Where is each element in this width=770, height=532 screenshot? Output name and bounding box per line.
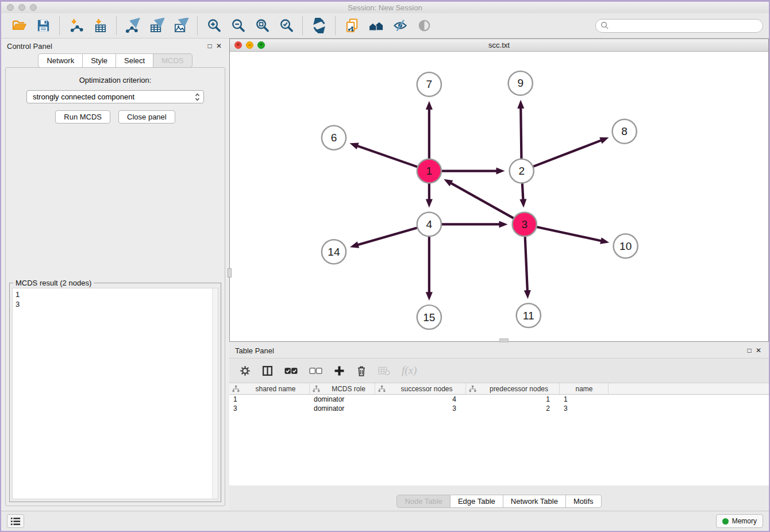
run-mcds-button[interactable]: Run MCDS [55,110,110,124]
graph-edge-1-4[interactable] [426,182,433,208]
column-header-successor-nodes[interactable]: successor nodes [375,383,466,394]
column-header-name[interactable]: name [560,383,609,394]
graph-node-3[interactable]: 3 [513,212,537,236]
canvas-resize-handle[interactable] [499,338,509,342]
zoom-selected-button[interactable] [274,16,298,36]
hide-details-button[interactable] [388,16,412,36]
graph-node-10[interactable]: 10 [614,234,638,258]
memory-status-icon [722,518,729,525]
graph-node-11[interactable]: 11 [517,303,541,327]
control-tab-style[interactable]: Style [83,53,116,68]
show-details-button[interactable] [412,16,436,36]
table-tab-edge-table[interactable]: Edge Table [451,495,503,508]
table-tab-motifs[interactable]: Motifs [566,495,602,508]
deselect-all-button[interactable] [309,367,322,375]
apply-layout-button[interactable] [307,16,331,36]
panel-splitter-handle[interactable] [228,268,232,277]
main-area: Control Panel □ ✕ NetworkStyleSelectMCDS… [1,38,769,511]
table-cell[interactable]: 1 [466,395,560,403]
svg-text:1: 1 [426,165,433,177]
column-type-icon [378,385,386,392]
table-cell[interactable]: 4 [375,395,466,403]
table-cell[interactable]: 3 [560,404,609,413]
graph-edge-3-10[interactable] [534,226,609,244]
graph-edge-3-1[interactable] [444,179,515,219]
graph-node-14[interactable]: 14 [322,240,346,264]
mcds-panel: Optimization criterion: strongly connect… [5,67,225,506]
table-row[interactable]: 1dominator411 [229,395,769,404]
add-column-button[interactable] [334,365,345,376]
graph-edge-4-3[interactable] [440,221,508,228]
delete-table-button[interactable] [378,366,390,376]
show-columns-button[interactable] [262,365,273,376]
control-tab-mcds[interactable]: MCDS [153,53,192,68]
table-cell[interactable]: 3 [375,404,466,413]
zoom-out-button[interactable] [226,16,250,36]
graph-edge-3-11[interactable] [524,234,531,299]
export-image-button[interactable] [169,16,193,36]
table-tabs: Node TableEdge TableNetwork TableMotifs [396,495,601,508]
search-input[interactable] [612,21,758,30]
table-settings-button[interactable] [240,365,251,376]
mcds-result-area[interactable]: 1 3 [12,288,218,499]
graph-edge-4-15[interactable] [426,234,433,300]
graph-node-1[interactable]: 1 [417,159,441,183]
table-cell[interactable]: dominator [310,395,375,403]
table-cell[interactable]: 2 [466,404,560,413]
graph-edge-2-8[interactable] [532,137,609,167]
export-network-button[interactable] [121,16,145,36]
delete-column-button[interactable] [356,365,367,377]
graph-node-15[interactable]: 15 [417,305,441,329]
open-session-button[interactable] [7,16,31,36]
import-table-button[interactable] [88,16,112,36]
table-cell[interactable]: 3 [229,404,310,413]
graph-node-7[interactable]: 7 [417,72,441,97]
optimization-select[interactable]: strongly connected component [26,90,204,103]
column-header-predecessor-nodes[interactable]: predecessor nodes [466,383,560,394]
table-cell[interactable]: 1 [560,395,609,403]
table-tab-network-table[interactable]: Network Table [503,495,566,508]
control-tab-select[interactable]: Select [116,53,153,68]
graph-edge-2-3[interactable] [519,182,526,208]
graph-edge-4-14[interactable] [350,227,419,248]
task-history-button[interactable] [7,514,24,528]
control-tab-network[interactable]: Network [38,53,83,68]
graph-node-4[interactable]: 4 [417,212,441,236]
network-canvas[interactable]: 7968124314101511 [230,52,768,341]
network-home-button[interactable] [364,16,388,36]
mcds-result-title: MCDS result (2 nodes) [13,279,94,287]
graph-node-8[interactable]: 8 [613,119,637,144]
export-table-button[interactable] [145,16,169,36]
node-table: shared name MCDS role successor nodes pr… [229,383,769,485]
table-tab-node-table[interactable]: Node Table [396,495,451,508]
export-network-icon [125,18,141,33]
column-header-MCDS-role[interactable]: MCDS role [310,383,375,394]
import-network-button[interactable] [64,16,88,36]
table-row[interactable]: 3dominator323 [229,404,769,413]
memory-button[interactable]: Memory [716,514,763,528]
function-builder-button[interactable]: f(x) [402,364,417,377]
control-panel-float-icon[interactable]: □ [205,42,214,50]
graph-node-2[interactable]: 2 [510,159,534,183]
zoom-fit-button[interactable] [250,16,274,36]
select-all-button[interactable] [284,367,298,375]
graph-node-9[interactable]: 9 [509,71,533,95]
control-panel-close-icon[interactable]: ✕ [214,42,224,50]
save-session-button[interactable] [31,16,55,36]
graph-edge-1-2[interactable] [440,168,505,175]
table-cell[interactable]: dominator [310,404,375,413]
graph-edge-2-9[interactable] [517,100,524,161]
table-panel-float-icon[interactable]: □ [745,346,754,354]
unchecked-boxes-icon [309,367,322,375]
graph-edge-1-7[interactable] [426,101,433,161]
zoom-in-button[interactable] [202,16,226,36]
graph-node-6[interactable]: 6 [322,126,346,150]
table-panel-close-icon[interactable]: ✕ [754,346,763,354]
clone-network-button[interactable] [340,16,364,36]
table-cell[interactable]: 1 [229,395,310,403]
column-header-shared-name[interactable]: shared name [229,383,310,394]
close-panel-button[interactable]: Close panel [118,110,175,124]
zoom-fit-icon [255,18,270,33]
graph-edge-1-6[interactable] [349,143,419,168]
result-scrollbar[interactable] [212,288,218,499]
